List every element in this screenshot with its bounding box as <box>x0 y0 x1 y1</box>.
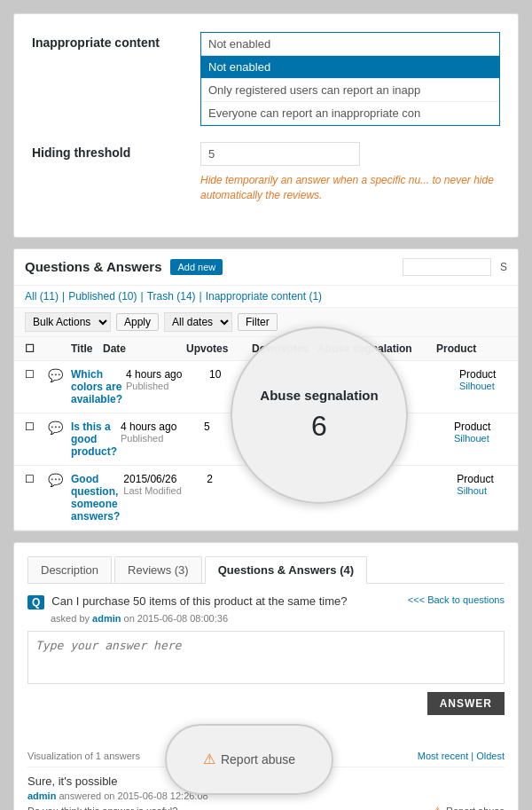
dropdown-option-everyone[interactable]: Everyone can report an inappropriate con <box>201 102 499 125</box>
dropdown-option-registered[interactable]: Only registered users can report an inap… <box>201 79 499 102</box>
threshold-input[interactable] <box>200 142 360 166</box>
report-abuse-large-label: Report abuse <box>221 752 295 767</box>
search-submit[interactable]: S <box>500 261 507 273</box>
row-status: Published <box>121 433 200 444</box>
filter-bar: All (11) | Published (10) | Trash (14) |… <box>14 286 518 308</box>
useful-text: Do you think this answer is useful? <box>27 806 177 810</box>
row-title-link[interactable]: Which colors are available? <box>71 368 122 405</box>
useful-row: Do you think this answer is useful? ⚠ Re… <box>27 805 505 810</box>
sort-recent[interactable]: Most recent <box>418 751 468 761</box>
tab-description[interactable]: Description <box>27 556 112 583</box>
filter-trash[interactable]: Trash (14) <box>147 290 196 303</box>
inappropriate-dropdown[interactable]: Not enabled Not enabled Only registered … <box>200 32 500 126</box>
row-icon: 💬 <box>48 368 67 382</box>
answer-user[interactable]: admin <box>27 790 56 801</box>
question-badge: Q <box>27 595 44 609</box>
filter-button[interactable]: Filter <box>238 313 278 331</box>
hiding-threshold-row: Hiding threshold Hide temporarily an ans… <box>32 142 500 203</box>
inappropriate-content-row: Inappropriate content Not enabled Not en… <box>32 32 500 126</box>
magnifier-title: Abuse segnalation <box>260 388 378 403</box>
threshold-help-text: Hide temporarily an answer when a specif… <box>200 173 500 203</box>
tab-qa[interactable]: Questions & Answers (4) <box>205 556 367 584</box>
abuse-magnifier-overlay: Abuse segnalation 6 <box>231 326 408 504</box>
frontend-panel: Description Reviews (3) Questions & Answ… <box>13 542 519 810</box>
row-date: 2015/06/26 <box>123 473 203 485</box>
dropdown-option-not-enabled[interactable]: Not enabled <box>201 56 499 79</box>
row-product-label: Product <box>457 473 519 485</box>
report-abuse-magnifier: ⚠ Report abuse <box>165 724 333 795</box>
row-date: 4 hours ago <box>126 368 206 381</box>
back-to-questions-link[interactable]: <<< Back to questions <box>408 594 505 605</box>
warn-icon-large: ⚠ <box>203 751 215 767</box>
col-date[interactable]: Date <box>103 342 183 355</box>
answer-button[interactable]: ANSWER <box>427 692 505 715</box>
row-title-cell: Which colors are available? <box>71 368 122 405</box>
bulk-actions-bar: Bulk Actions Apply All dates Filter <box>14 308 518 337</box>
hiding-threshold-control: Hide temporarily an answer when a specif… <box>200 142 500 203</box>
admin-qa-panel: Questions & Answers Add new S All (11) |… <box>13 248 519 531</box>
row-icon: 💬 <box>48 473 67 487</box>
row-icon: 💬 <box>48 421 67 435</box>
row-product-name[interactable]: Silhout <box>457 485 519 496</box>
admin-header: Questions & Answers Add new S <box>14 249 518 286</box>
report-abuse-large[interactable]: ⚠ Report abuse <box>203 751 295 767</box>
viz-count-label: Visualization of 1 answers <box>27 751 140 761</box>
answer-textarea[interactable] <box>27 631 505 684</box>
asked-by-user[interactable]: admin <box>92 613 121 624</box>
warn-icon-small: ⚠ <box>433 805 442 810</box>
dropdown-options-list: Not enabled Only registered users can re… <box>201 56 499 125</box>
col-product[interactable]: Product <box>436 342 507 355</box>
row-status: Last Modified <box>123 485 203 496</box>
inappropriate-content-control: Not enabled Not enabled Only registered … <box>200 32 500 126</box>
row-product-label: Product <box>454 421 519 433</box>
asked-by-line: asked by admin on 2015-06-08 08:00:36 <box>51 613 505 624</box>
question-header: Q Can I purchase 50 items of this produc… <box>27 594 505 609</box>
row-status: Published <box>126 381 206 391</box>
col-upvotes[interactable]: Upvotes <box>186 342 248 355</box>
filter-all[interactable]: All (11) <box>25 290 59 303</box>
hiding-threshold-label: Hiding threshold <box>32 142 200 160</box>
inappropriate-content-label: Inappropriate content <box>32 32 200 50</box>
magnifier-number: 6 <box>311 410 327 443</box>
filter-published[interactable]: Published (10) <box>68 290 137 303</box>
row-date: 4 hours ago <box>121 421 200 433</box>
settings-panel: Inappropriate content Not enabled Not en… <box>13 13 519 238</box>
row-product-name[interactable]: Silhouet <box>454 433 519 444</box>
row-title-link[interactable]: Good question, someone answers? <box>71 473 120 523</box>
row-product-label: Product <box>459 368 519 381</box>
tab-reviews[interactable]: Reviews (3) <box>114 556 202 583</box>
row-title-link[interactable]: Is this a good product? <box>71 421 117 458</box>
apply-button[interactable]: Apply <box>116 313 159 331</box>
row-product-name[interactable]: Silhouet <box>459 381 519 391</box>
question-text: Can I purchase 50 items of this product … <box>51 594 347 608</box>
admin-panel-title: Questions & Answers <box>25 259 161 274</box>
row-title-cell: Good question, someone answers? <box>71 473 120 523</box>
bulk-actions-select[interactable]: Bulk Actions <box>25 312 111 332</box>
col-title[interactable]: Title <box>71 342 99 355</box>
sort-oldest[interactable]: Oldest <box>476 751 505 761</box>
tabs-row: Description Reviews (3) Questions & Answ… <box>27 556 505 584</box>
dropdown-current-value[interactable]: Not enabled <box>201 33 499 56</box>
add-new-button[interactable]: Add new <box>170 259 223 275</box>
sort-links: Most recent | Oldest <box>418 751 505 761</box>
filter-inappropriate[interactable]: Inappropriate content (1) <box>206 290 322 303</box>
admin-search-input[interactable] <box>403 258 491 276</box>
row-title-cell: Is this a good product? <box>71 421 117 458</box>
report-abuse-button-small[interactable]: ⚠ Report abuse <box>433 805 505 810</box>
date-filter-select[interactable]: All dates <box>164 312 232 332</box>
